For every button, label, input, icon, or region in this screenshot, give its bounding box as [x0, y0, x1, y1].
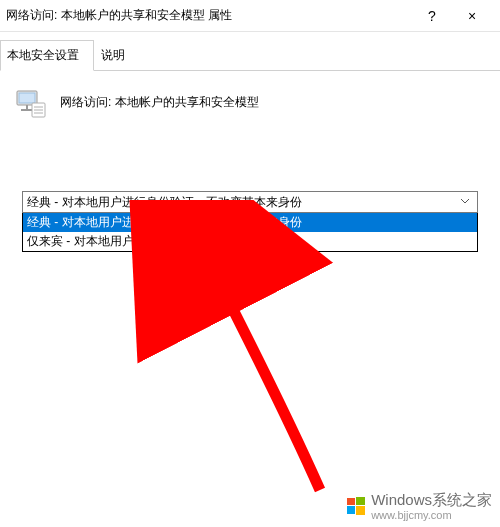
watermark-url: www.bjjcmy.com [371, 509, 492, 521]
dropdown-list: 经典 - 对本地用户进行身份验证，不改变其本来身份 仅来宾 - 对本地用户进行身… [22, 212, 478, 252]
watermark: Windows系统之家 www.bjjcmy.com [347, 491, 492, 521]
close-button[interactable]: × [452, 8, 492, 24]
svg-rect-11 [356, 506, 365, 515]
watermark-text-block: Windows系统之家 www.bjjcmy.com [371, 491, 492, 521]
titlebar: 网络访问: 本地帐户的共享和安全模型 属性 ? × [0, 0, 500, 32]
windows-logo-icon [347, 497, 365, 515]
policy-header: 网络访问: 本地帐户的共享和安全模型 [8, 85, 492, 119]
dropdown-area: 经典 - 对本地用户进行身份验证，不改变其本来身份 经典 - 对本地用户进行身份… [22, 191, 478, 252]
policy-title: 网络访问: 本地帐户的共享和安全模型 [60, 94, 259, 111]
svg-rect-1 [19, 93, 35, 103]
svg-rect-2 [26, 105, 28, 109]
window-title: 网络访问: 本地帐户的共享和安全模型 属性 [4, 7, 412, 24]
svg-rect-8 [347, 498, 355, 505]
chevron-down-icon [457, 195, 473, 209]
watermark-brand: Windows系统之家 [371, 491, 492, 510]
dropdown-select[interactable]: 经典 - 对本地用户进行身份验证，不改变其本来身份 [22, 191, 478, 213]
policy-icon [14, 85, 48, 119]
dropdown-value: 经典 - 对本地用户进行身份验证，不改变其本来身份 [27, 194, 457, 211]
svg-rect-9 [356, 497, 365, 505]
svg-rect-10 [347, 506, 355, 514]
dropdown-option-guest[interactable]: 仅来宾 - 对本地用户进行身份验证，其身份为来宾 [23, 232, 477, 251]
tab-explain[interactable]: 说明 [94, 40, 140, 71]
tabs-bar: 本地安全设置 说明 [0, 32, 500, 71]
help-button[interactable]: ? [412, 8, 452, 24]
tab-local-security[interactable]: 本地安全设置 [0, 40, 94, 71]
dialog-content: 网络访问: 本地帐户的共享和安全模型 经典 - 对本地用户进行身份验证，不改变其… [0, 71, 500, 266]
dropdown-option-classic[interactable]: 经典 - 对本地用户进行身份验证，不改变其本来身份 [23, 213, 477, 232]
svg-rect-3 [21, 109, 33, 111]
